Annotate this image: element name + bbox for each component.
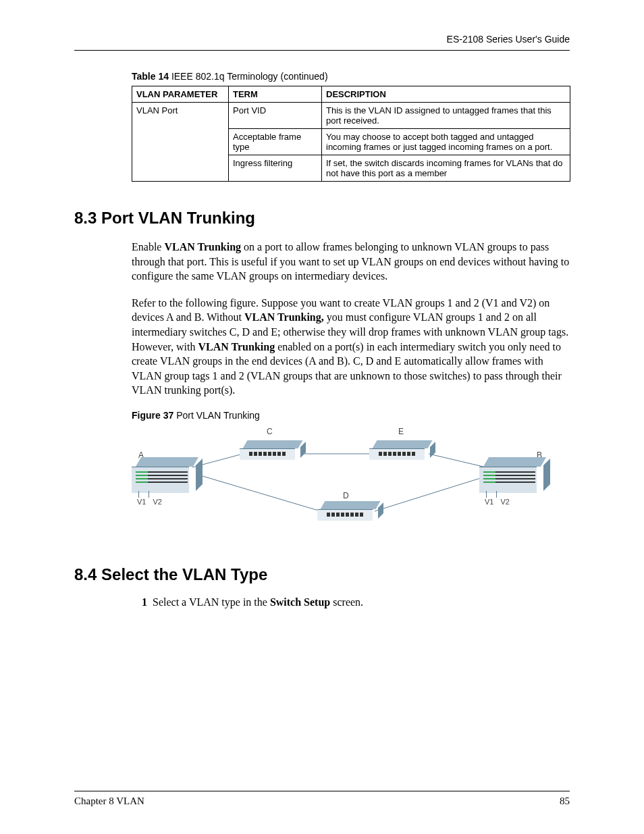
- para-8-3-2: Refer to the following figure. Suppose y…: [132, 296, 570, 398]
- switch-D: [317, 501, 378, 520]
- th-term: TERM: [229, 86, 322, 103]
- footer-left: Chapter 8 VLAN: [74, 796, 144, 807]
- table-row: VLAN Port Port VID This is the VLAN ID a…: [132, 103, 570, 129]
- terminology-table: VLAN PARAMETER TERM DESCRIPTION VLAN Por…: [132, 86, 570, 182]
- device-B: V1V2: [479, 457, 543, 494]
- header-guide: ES-2108 Series User's Guide: [74, 34, 570, 45]
- table-header-row: VLAN PARAMETER TERM DESCRIPTION: [132, 86, 570, 103]
- svg-line-4: [375, 477, 483, 511]
- cell-term: Port VID: [229, 103, 322, 129]
- svg-line-2: [429, 454, 486, 467]
- switch-E: [369, 440, 430, 459]
- table-caption-bold: Table 14: [132, 71, 169, 82]
- figure-caption-bold: Figure 37: [132, 410, 173, 421]
- fig-label-C: C: [267, 427, 273, 436]
- fig-label-D: D: [343, 491, 349, 500]
- cell-term: Ingress filtering: [229, 155, 322, 182]
- heading-8-4: 8.4 Select the VLAN Type: [74, 565, 570, 584]
- cell-desc: If set, the switch discards incoming fra…: [322, 155, 570, 182]
- table-caption: Table 14 IEEE 802.1q Terminology (contin…: [132, 71, 570, 82]
- page-footer: Chapter 8 VLAN 85: [74, 791, 570, 807]
- figure-37: A V1V2 C E D B V1V2: [132, 423, 550, 538]
- footer-right: 85: [560, 796, 570, 807]
- figure-caption-rest: Port VLAN Trunking: [173, 410, 260, 421]
- cell-param: VLAN Port: [132, 103, 229, 182]
- fig-label-E: E: [398, 427, 404, 436]
- th-desc: DESCRIPTION: [322, 86, 570, 103]
- table-caption-rest: IEEE 802.1q Terminology (continued): [169, 71, 328, 82]
- figure-caption: Figure 37 Port VLAN Trunking: [132, 410, 570, 421]
- svg-line-3: [196, 474, 321, 511]
- device-A: V1V2: [132, 457, 196, 494]
- step-number: 1: [142, 596, 147, 608]
- para-8-3-1: Enable VLAN Trunking on a port to allow …: [132, 240, 570, 284]
- cell-term: Acceptable frame type: [229, 129, 322, 155]
- header-rule: [74, 50, 570, 51]
- step-1: 1 Select a VLAN type in the Switch Setup…: [142, 596, 570, 608]
- cell-desc: This is the VLAN ID assigned to untagged…: [322, 103, 570, 129]
- th-param: VLAN PARAMETER: [132, 86, 229, 103]
- cell-desc: You may choose to accept both tagged and…: [322, 129, 570, 155]
- switch-C: [240, 440, 300, 459]
- heading-8-3: 8.3 Port VLAN Trunking: [74, 209, 570, 228]
